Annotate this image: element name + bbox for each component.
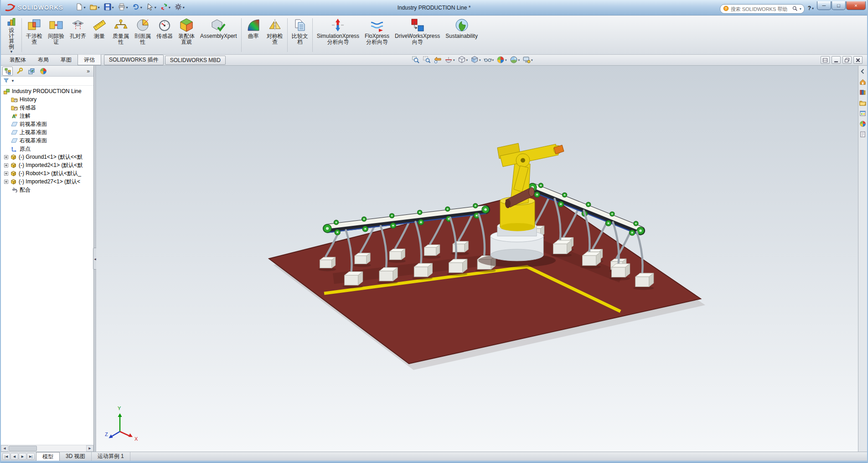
print-button[interactable]: ▾ (117, 2, 129, 13)
view-orientation-button[interactable]: ▾ (457, 55, 469, 66)
doc-minimize-button[interactable] (832, 56, 841, 64)
tree-item[interactable]: (-) Imported27<1> (默认< (1, 177, 93, 186)
expand-icon[interactable] (4, 180, 8, 184)
tree-item[interactable]: 传感器 (1, 104, 93, 112)
interference-check-button[interactable]: 干涉检查 (23, 16, 45, 54)
open-button[interactable]: ▾ (88, 2, 101, 13)
help-search-box[interactable]: ? ▾ (720, 4, 805, 14)
production-line-model[interactable] (96, 66, 858, 452)
mass-properties-button[interactable]: 质量属性 (110, 16, 132, 54)
tree-horizontal-scrollbar[interactable]: ◀ ▶ (1, 445, 93, 452)
tree-item[interactable]: 原点 (1, 145, 93, 153)
minimize-button[interactable]: ─ (817, 1, 831, 10)
maximize-button[interactable]: □ (832, 1, 846, 10)
assembly-xpert-button[interactable]: AssemblyXpert (197, 16, 240, 54)
tree-item[interactable]: 右视基准面 (1, 136, 93, 145)
clearance-verification-button[interactable]: 间隙验证 (45, 16, 67, 54)
mates-icon (11, 187, 18, 193)
tab-评估[interactable]: 评估 (78, 54, 101, 65)
floxpress-wizard-button[interactable]: FloXpress分析向导 (362, 16, 392, 54)
search-icon[interactable] (792, 5, 798, 13)
tree-item[interactable]: History (1, 95, 93, 104)
new-document-button[interactable]: ▾ (74, 2, 87, 13)
save-button[interactable]: ▾ (103, 2, 115, 13)
doc-tab-模型[interactable]: 模型 (36, 452, 60, 461)
tab-SOLIDWORKS MBD[interactable]: SOLIDWORKS MBD (165, 56, 226, 65)
expand-icon[interactable] (4, 155, 8, 159)
rebuild-button[interactable]: ▾ (159, 2, 172, 13)
view-settings-button[interactable]: ▾ (522, 55, 534, 66)
display-style-button[interactable]: ▾ (470, 55, 482, 66)
split-window-button[interactable] (821, 56, 830, 64)
tab-SOLIDWORKS 插件[interactable]: SOLIDWORKS 插件 (104, 55, 164, 65)
prev-tab-button[interactable]: ◀ (10, 453, 18, 460)
tree-item[interactable]: A注解 (1, 112, 93, 120)
search-input[interactable] (731, 6, 790, 12)
curvature-button[interactable]: 曲率 (243, 16, 264, 54)
tab-装配体[interactable]: 装配体 (4, 55, 32, 65)
sensor-button[interactable]: 传感器 (154, 16, 176, 54)
tree-item[interactable]: (-) Imported2<1> (默认<默 (1, 161, 93, 169)
zoom-to-area-button[interactable] (422, 55, 432, 66)
appearances-scenes-button[interactable] (859, 120, 867, 127)
undo-button[interactable]: ▾ (131, 2, 144, 13)
measure-button[interactable]: 测量 (89, 16, 110, 54)
hole-alignment-button[interactable]: 孔对齐 (67, 16, 89, 54)
driveworksxpress-wizard-button[interactable]: DriveWorksXpress向导 (392, 16, 443, 54)
last-tab-button[interactable]: ▶| (27, 453, 35, 460)
options-button[interactable]: ▾ (173, 2, 186, 13)
section-view-button[interactable]: ▾ (444, 55, 456, 66)
custom-properties-button[interactable] (859, 130, 867, 138)
section-properties-button[interactable]: 剖面属性 (132, 16, 154, 54)
view-palette-button[interactable] (859, 109, 867, 117)
doc-tab-运动算例 1[interactable]: 运动算例 1 (92, 452, 130, 461)
next-tab-button[interactable]: ▶ (19, 453, 26, 460)
doc-tab-3D 视图[interactable]: 3D 视图 (60, 452, 92, 461)
close-button[interactable]: × (846, 1, 866, 10)
panel-tabs-overflow[interactable]: » (84, 68, 92, 74)
configurationmanager-tab[interactable] (26, 67, 36, 76)
tree-item[interactable]: 上视基准面 (1, 128, 93, 136)
tree-root-item[interactable]: Industry PRODUCTION Line (1, 87, 93, 95)
doc-close-button[interactable] (853, 56, 863, 64)
edit-appearance-button[interactable]: ▾ (496, 55, 508, 66)
tree-filter[interactable]: ▼ (1, 77, 93, 86)
displaymanager-tab[interactable] (38, 67, 48, 76)
design-library-button[interactable] (859, 88, 867, 96)
hide-show-items-button[interactable]: ▾ (483, 55, 495, 66)
assembly-visualization-button[interactable]: 装配体直观 (176, 16, 197, 54)
solidworks-resources-button[interactable] (859, 78, 867, 85)
doc-restore-button[interactable] (842, 56, 852, 64)
tab-布局[interactable]: 布局 (32, 55, 55, 65)
solidworks-logo[interactable]: SOLIDWORKS (1, 3, 67, 12)
file-explorer-button[interactable] (859, 99, 867, 106)
previous-view-button[interactable] (433, 55, 443, 66)
scrollbar-thumb[interactable] (9, 446, 37, 451)
design-study-button[interactable]: 设计算例▼ (3, 16, 20, 54)
scroll-right-icon[interactable]: ▶ (86, 445, 93, 452)
tree-item[interactable]: 配合 (1, 186, 93, 194)
featuremanager-tab[interactable] (2, 67, 13, 76)
filter-dropdown-icon[interactable]: ▼ (11, 79, 15, 83)
scrollbar-track[interactable] (8, 445, 86, 452)
graphics-area[interactable]: Y X Z (96, 66, 858, 452)
propertymanager-tab[interactable] (14, 67, 25, 76)
expand-icon[interactable] (4, 163, 8, 167)
scroll-left-icon[interactable]: ◀ (1, 445, 8, 452)
compare-documents-button[interactable]: 比较文档 (289, 16, 311, 54)
help-button[interactable]: ? ▾ (808, 5, 814, 11)
expand-icon[interactable] (4, 172, 8, 176)
collapse-taskpane-button[interactable] (859, 68, 867, 75)
tree-item[interactable]: (-) Ground1<1> (默认<<默 (1, 153, 93, 161)
sustainability-button[interactable]: Sustainability (443, 16, 480, 54)
apply-scene-button[interactable]: ▾ (509, 55, 521, 66)
simulationxpress-wizard-button[interactable]: SimulationXpress分析向导 (314, 16, 362, 54)
select-button[interactable]: ▾ (145, 2, 158, 13)
tree-item[interactable]: 前视基准面 (1, 120, 93, 128)
tree-item[interactable]: (-) Robot<1> (默认<默认_ (1, 169, 93, 177)
first-tab-button[interactable]: |◀ (2, 453, 10, 460)
symmetry-check-button[interactable]: 对称检查 (264, 16, 286, 54)
search-dropdown-icon[interactable]: ▾ (800, 7, 801, 11)
zoom-to-fit-button[interactable] (411, 55, 421, 66)
tab-草图[interactable]: 草图 (55, 55, 78, 65)
